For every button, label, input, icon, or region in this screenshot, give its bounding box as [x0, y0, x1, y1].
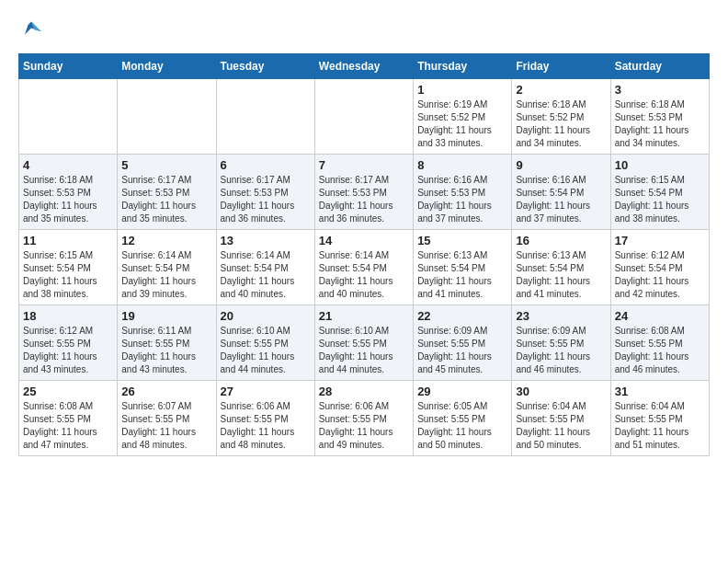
day-info: Sunrise: 6:14 AM Sunset: 5:54 PM Dayligh…	[121, 249, 211, 301]
calendar-day-9: 9Sunrise: 6:16 AM Sunset: 5:54 PM Daylig…	[512, 155, 610, 230]
calendar-week-row: 4Sunrise: 6:18 AM Sunset: 5:53 PM Daylig…	[19, 155, 710, 230]
day-info: Sunrise: 6:13 AM Sunset: 5:54 PM Dayligh…	[417, 249, 507, 301]
day-info: Sunrise: 6:07 AM Sunset: 5:55 PM Dayligh…	[121, 400, 211, 452]
calendar-day-3: 3Sunrise: 6:18 AM Sunset: 5:53 PM Daylig…	[610, 79, 709, 155]
calendar-day-29: 29Sunrise: 6:05 AM Sunset: 5:55 PM Dayli…	[414, 381, 512, 456]
calendar-day-7: 7Sunrise: 6:17 AM Sunset: 5:53 PM Daylig…	[314, 155, 413, 230]
calendar-header-friday: Friday	[512, 54, 610, 79]
day-number: 14	[319, 234, 409, 247]
calendar-day-26: 26Sunrise: 6:07 AM Sunset: 5:55 PM Dayli…	[118, 381, 216, 456]
calendar-day-6: 6Sunrise: 6:17 AM Sunset: 5:53 PM Daylig…	[216, 155, 314, 230]
page-header	[18, 18, 710, 44]
day-number: 17	[615, 234, 705, 247]
day-number: 26	[121, 385, 211, 398]
calendar-day-empty	[314, 79, 413, 155]
calendar-header-wednesday: Wednesday	[314, 54, 413, 79]
calendar-day-25: 25Sunrise: 6:08 AM Sunset: 5:55 PM Dayli…	[19, 381, 118, 456]
logo-icon	[18, 18, 44, 44]
day-info: Sunrise: 6:10 AM Sunset: 5:55 PM Dayligh…	[221, 325, 311, 376]
calendar-day-16: 16Sunrise: 6:13 AM Sunset: 5:54 PM Dayli…	[512, 230, 610, 305]
day-info: Sunrise: 6:16 AM Sunset: 5:53 PM Dayligh…	[417, 174, 507, 225]
calendar-day-18: 18Sunrise: 6:12 AM Sunset: 5:55 PM Dayli…	[19, 305, 118, 381]
calendar-header-row: SundayMondayTuesdayWednesdayThursdayFrid…	[19, 54, 710, 79]
day-info: Sunrise: 6:13 AM Sunset: 5:54 PM Dayligh…	[516, 249, 606, 301]
day-info: Sunrise: 6:04 AM Sunset: 5:55 PM Dayligh…	[615, 400, 705, 452]
day-number: 5	[121, 158, 211, 172]
day-number: 19	[121, 309, 211, 323]
calendar-day-empty	[118, 79, 216, 155]
day-number: 31	[615, 385, 705, 398]
day-number: 27	[221, 385, 311, 398]
calendar-day-28: 28Sunrise: 6:06 AM Sunset: 5:55 PM Dayli…	[314, 381, 413, 456]
day-info: Sunrise: 6:18 AM Sunset: 5:52 PM Dayligh…	[516, 98, 606, 150]
day-info: Sunrise: 6:15 AM Sunset: 5:54 PM Dayligh…	[23, 249, 113, 301]
calendar-header-monday: Monday	[118, 54, 216, 79]
day-info: Sunrise: 6:08 AM Sunset: 5:55 PM Dayligh…	[23, 400, 113, 452]
calendar-day-13: 13Sunrise: 6:14 AM Sunset: 5:54 PM Dayli…	[216, 230, 314, 305]
day-number: 13	[221, 234, 311, 247]
calendar-day-20: 20Sunrise: 6:10 AM Sunset: 5:55 PM Dayli…	[216, 305, 314, 381]
calendar-day-4: 4Sunrise: 6:18 AM Sunset: 5:53 PM Daylig…	[19, 155, 118, 230]
day-info: Sunrise: 6:08 AM Sunset: 5:55 PM Dayligh…	[615, 325, 705, 376]
day-number: 23	[516, 309, 606, 323]
day-number: 8	[417, 158, 507, 172]
day-info: Sunrise: 6:14 AM Sunset: 5:54 PM Dayligh…	[221, 249, 311, 301]
day-number: 7	[319, 158, 409, 172]
day-info: Sunrise: 6:16 AM Sunset: 5:54 PM Dayligh…	[516, 174, 606, 225]
day-number: 12	[121, 234, 211, 247]
day-number: 3	[615, 83, 705, 97]
day-info: Sunrise: 6:10 AM Sunset: 5:55 PM Dayligh…	[319, 325, 409, 376]
day-number: 1	[417, 83, 507, 97]
calendar-header-tuesday: Tuesday	[216, 54, 314, 79]
day-number: 28	[319, 385, 409, 398]
calendar-day-24: 24Sunrise: 6:08 AM Sunset: 5:55 PM Dayli…	[610, 305, 709, 381]
day-number: 22	[417, 309, 507, 323]
day-info: Sunrise: 6:15 AM Sunset: 5:54 PM Dayligh…	[615, 174, 705, 225]
calendar-day-15: 15Sunrise: 6:13 AM Sunset: 5:54 PM Dayli…	[414, 230, 512, 305]
day-number: 9	[516, 158, 606, 172]
day-info: Sunrise: 6:12 AM Sunset: 5:54 PM Dayligh…	[615, 249, 705, 301]
day-info: Sunrise: 6:17 AM Sunset: 5:53 PM Dayligh…	[121, 174, 211, 225]
calendar-week-row: 25Sunrise: 6:08 AM Sunset: 5:55 PM Dayli…	[19, 381, 710, 456]
day-info: Sunrise: 6:12 AM Sunset: 5:55 PM Dayligh…	[23, 325, 113, 376]
calendar-header-saturday: Saturday	[610, 54, 709, 79]
day-number: 30	[516, 385, 606, 398]
calendar-day-1: 1Sunrise: 6:19 AM Sunset: 5:52 PM Daylig…	[414, 79, 512, 155]
calendar-day-17: 17Sunrise: 6:12 AM Sunset: 5:54 PM Dayli…	[610, 230, 709, 305]
calendar-day-empty	[216, 79, 314, 155]
calendar-header-thursday: Thursday	[414, 54, 512, 79]
day-number: 20	[221, 309, 311, 323]
calendar-day-5: 5Sunrise: 6:17 AM Sunset: 5:53 PM Daylig…	[118, 155, 216, 230]
day-info: Sunrise: 6:19 AM Sunset: 5:52 PM Dayligh…	[417, 98, 507, 150]
day-number: 16	[516, 234, 606, 247]
day-number: 29	[417, 385, 507, 398]
calendar-day-27: 27Sunrise: 6:06 AM Sunset: 5:55 PM Dayli…	[216, 381, 314, 456]
calendar-day-21: 21Sunrise: 6:10 AM Sunset: 5:55 PM Dayli…	[314, 305, 413, 381]
calendar-week-row: 18Sunrise: 6:12 AM Sunset: 5:55 PM Dayli…	[19, 305, 710, 381]
calendar-table: SundayMondayTuesdayWednesdayThursdayFrid…	[18, 53, 710, 456]
day-number: 24	[615, 309, 705, 323]
calendar-day-23: 23Sunrise: 6:09 AM Sunset: 5:55 PM Dayli…	[512, 305, 610, 381]
day-number: 11	[23, 234, 113, 247]
calendar-day-31: 31Sunrise: 6:04 AM Sunset: 5:55 PM Dayli…	[610, 381, 709, 456]
day-info: Sunrise: 6:18 AM Sunset: 5:53 PM Dayligh…	[23, 174, 113, 225]
day-number: 18	[23, 309, 113, 323]
day-info: Sunrise: 6:17 AM Sunset: 5:53 PM Dayligh…	[319, 174, 409, 225]
day-info: Sunrise: 6:04 AM Sunset: 5:55 PM Dayligh…	[516, 400, 606, 452]
day-info: Sunrise: 6:05 AM Sunset: 5:55 PM Dayligh…	[417, 400, 507, 452]
calendar-header-sunday: Sunday	[19, 54, 118, 79]
calendar-day-22: 22Sunrise: 6:09 AM Sunset: 5:55 PM Dayli…	[414, 305, 512, 381]
calendar-day-11: 11Sunrise: 6:15 AM Sunset: 5:54 PM Dayli…	[19, 230, 118, 305]
day-number: 10	[615, 158, 705, 172]
calendar-day-12: 12Sunrise: 6:14 AM Sunset: 5:54 PM Dayli…	[118, 230, 216, 305]
day-number: 21	[319, 309, 409, 323]
day-number: 2	[516, 83, 606, 97]
day-number: 25	[23, 385, 113, 398]
calendar-day-19: 19Sunrise: 6:11 AM Sunset: 5:55 PM Dayli…	[118, 305, 216, 381]
day-info: Sunrise: 6:09 AM Sunset: 5:55 PM Dayligh…	[516, 325, 606, 376]
day-info: Sunrise: 6:06 AM Sunset: 5:55 PM Dayligh…	[319, 400, 409, 452]
day-info: Sunrise: 6:17 AM Sunset: 5:53 PM Dayligh…	[221, 174, 311, 225]
day-info: Sunrise: 6:06 AM Sunset: 5:55 PM Dayligh…	[221, 400, 311, 452]
day-number: 4	[23, 158, 113, 172]
calendar-week-row: 11Sunrise: 6:15 AM Sunset: 5:54 PM Dayli…	[19, 230, 710, 305]
